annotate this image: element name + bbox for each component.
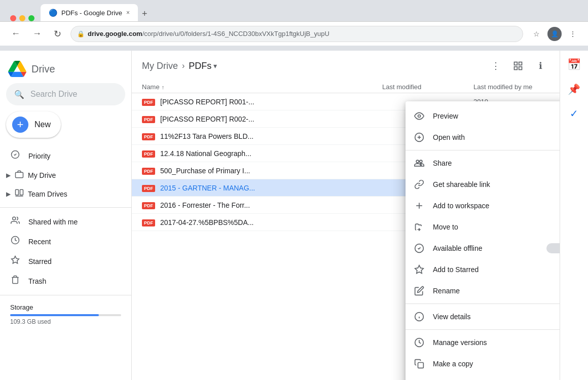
drive-logo: Drive	[8, 61, 55, 77]
context-menu: Preview Open with › Share Get shareable …	[406, 101, 560, 380]
menu-item-icon-add-workspace	[414, 200, 425, 211]
pdf-badge: PDF	[142, 99, 155, 106]
menu-item-view-details[interactable]: View details	[406, 306, 560, 327]
sidebar-item-priority[interactable]: Priority	[0, 146, 125, 166]
menu-item-get-link[interactable]: Get shareable link	[406, 174, 560, 195]
main-content: My Drive › PDFs ▾ ⋮ ℹ Name ↑	[132, 51, 560, 380]
pdf-badge: PDF	[142, 168, 155, 175]
menu-item-label-get-link: Get shareable link	[433, 180, 560, 188]
close-window-btn[interactable]	[10, 15, 16, 21]
svg-rect-2	[16, 189, 19, 195]
menu-item-available-offline[interactable]: Available offline	[406, 238, 560, 259]
file-type-icon: PDF	[142, 149, 160, 158]
svg-rect-10	[514, 67, 518, 70]
new-tab-button[interactable]: +	[138, 7, 152, 21]
maximize-window-btn[interactable]	[28, 15, 34, 21]
menu-item-rename[interactable]: Rename	[406, 280, 560, 301]
drive-logo-icon	[8, 61, 26, 77]
menu-item-label-available-offline: Available offline	[433, 244, 538, 252]
tab-favicon: 🔵	[49, 9, 57, 17]
menu-item-label-preview: Preview	[433, 112, 560, 120]
more-options-button[interactable]: ⋮	[487, 57, 505, 75]
column-name[interactable]: Name ↑	[142, 83, 382, 91]
my-drive-icon	[15, 170, 24, 180]
url-path: /corp/drive/u/0/folders/1-4S6_NCCD30bxVX…	[142, 30, 329, 37]
file-name: 500_Purchase of Primary I...	[160, 167, 382, 175]
menu-item-preview[interactable]: Preview	[406, 105, 560, 127]
active-tab[interactable]: 🔵 PDFs - Google Drive ×	[41, 4, 138, 21]
breadcrumb: My Drive › PDFs ▾	[142, 61, 217, 71]
info-button[interactable]: ℹ	[531, 57, 549, 75]
svg-marker-20	[415, 265, 424, 274]
url-domain: drive.google.com	[88, 30, 142, 37]
menu-item-move-to[interactable]: Move to	[406, 216, 560, 238]
storage-section: Storage 109.3 GB used	[0, 299, 131, 329]
right-sidebar: 📅 📌 ✓	[560, 51, 588, 380]
menu-divider	[406, 303, 560, 304]
breadcrumb-parent[interactable]: My Drive	[142, 61, 178, 71]
rs-keep-icon[interactable]: 📌	[564, 79, 584, 99]
menu-item-share[interactable]: Share	[406, 153, 560, 174]
sidebar-item-my-drive[interactable]: ▶ My Drive	[0, 166, 125, 184]
menu-item-label-open-with: Open with	[433, 133, 554, 141]
file-name: 12.4.18 National Geograph...	[160, 149, 382, 158]
profile-avatar[interactable]: 👤	[547, 27, 562, 41]
menu-item-add-starred[interactable]: Add to Starred	[406, 259, 560, 280]
breadcrumb-dropdown-icon[interactable]: ▾	[213, 62, 217, 70]
new-button[interactable]: + New	[6, 111, 61, 138]
menu-item-report-abuse[interactable]: Report abuse	[406, 374, 560, 380]
breadcrumb-current-label: PDFs	[189, 61, 211, 71]
sort-icon: ↑	[162, 84, 165, 90]
shared-label: Shared with me	[28, 218, 78, 226]
address-bar: ← → ↻ 🔒 drive.google.com /corp/drive/u/0…	[0, 21, 588, 46]
menu-item-icon-move-to	[414, 221, 425, 233]
starred-label: Starred	[28, 257, 52, 265]
recent-label: Recent	[28, 238, 51, 246]
file-type-icon: PDF	[142, 115, 160, 123]
svg-rect-11	[519, 67, 522, 70]
menu-item-add-workspace[interactable]: Add to workspace ›	[406, 195, 560, 216]
menu-item-label-add-starred: Add to Starred	[433, 265, 560, 274]
menu-item-icon-available-offline	[414, 243, 425, 254]
forward-button[interactable]: →	[29, 26, 45, 41]
tab-close-icon[interactable]: ×	[126, 9, 130, 16]
menu-item-label-make-copy: Make a copy	[433, 360, 560, 368]
menu-icon[interactable]: ⋮	[566, 27, 580, 41]
sidebar-item-starred[interactable]: Starred	[0, 251, 125, 271]
reload-button[interactable]: ↻	[51, 26, 64, 42]
sidebar-item-team-drives[interactable]: ▶ Team Drives	[0, 184, 125, 203]
team-drives-label: Team Drives	[28, 190, 67, 198]
grid-view-button[interactable]	[509, 57, 527, 75]
rs-tasks-icon[interactable]: ✓	[564, 103, 584, 124]
back-button[interactable]: ←	[8, 26, 23, 41]
sidebar-item-recent[interactable]: Recent	[0, 232, 125, 251]
bookmark-icon[interactable]: ☆	[529, 27, 543, 41]
menu-item-make-copy[interactable]: Make a copy	[406, 353, 560, 374]
menu-item-manage-versions[interactable]: Manage versions	[406, 332, 560, 353]
search-area[interactable]: 🔍 Search Drive	[0, 79, 131, 109]
sidebar-divider-2	[0, 295, 131, 295]
menu-item-open-with[interactable]: Open with ›	[406, 127, 560, 148]
offline-toggle[interactable]	[546, 243, 560, 253]
file-type-icon: PDF	[142, 97, 160, 106]
menu-item-label-move-to: Move to	[433, 223, 560, 231]
lock-icon: 🔒	[77, 30, 85, 37]
search-input[interactable]: 🔍 Search Drive	[6, 83, 125, 105]
starred-icon	[10, 255, 20, 267]
file-type-icon: PDF	[142, 132, 160, 140]
rs-calendar-icon[interactable]: 📅	[564, 55, 584, 75]
sidebar: Drive 🔍 Search Drive + New Priority ▶	[0, 51, 132, 380]
menu-item-icon-get-link	[414, 179, 425, 190]
menu-item-label-share: Share	[433, 159, 560, 167]
svg-rect-25	[418, 363, 424, 368]
url-bar[interactable]: 🔒 drive.google.com /corp/drive/u/0/folde…	[70, 26, 523, 42]
tab-bar: 🔵 PDFs - Google Drive × +	[0, 0, 588, 21]
storage-used: 109.3 GB used	[10, 318, 121, 325]
sidebar-item-shared[interactable]: Shared with me	[0, 212, 125, 232]
minimize-window-btn[interactable]	[19, 15, 25, 21]
menu-divider	[406, 329, 560, 330]
svg-rect-9	[519, 62, 522, 65]
sidebar-item-trash[interactable]: Trash	[0, 271, 125, 291]
new-button-label: New	[34, 120, 51, 129]
browser-chrome: 🔵 PDFs - Google Drive × + ← → ↻ 🔒 drive.…	[0, 0, 588, 51]
